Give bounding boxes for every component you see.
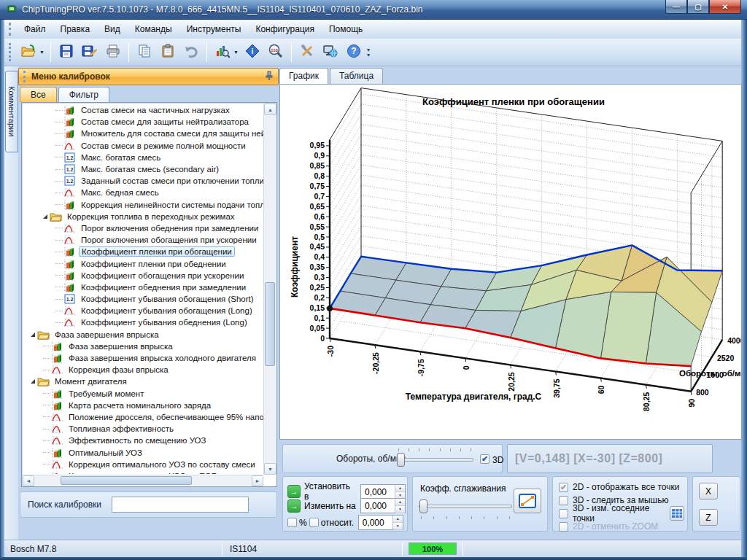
- view-option[interactable]: 2D - отменить ZOOM: [559, 520, 684, 533]
- tree-item[interactable]: Карта расчета номинального заряда: [23, 400, 263, 411]
- tree-item[interactable]: Фаза завершения впрыска холодного двигат…: [23, 352, 263, 364]
- spinner-arrows-icon[interactable]: ▲▼: [395, 499, 405, 513]
- expand-collapse-icon[interactable]: [31, 379, 35, 384]
- tree-item[interactable]: Требуемый момент: [23, 388, 263, 400]
- tree-item[interactable]: Топливная эффективность: [23, 423, 263, 435]
- title-bar[interactable]: ChipTuningPRO ver.7.5.10.1073 - M7.8.0_6…: [0, 0, 747, 20]
- surface-chart[interactable]: Коэффициент пленки при обогащении00,050,…: [280, 85, 741, 439]
- open-file-button[interactable]: [18, 42, 39, 63]
- expand-collapse-icon[interactable]: [43, 214, 47, 219]
- tree-item[interactable]: Положение дросселя, обеспечивающее 95% н…: [23, 411, 263, 423]
- tree-item[interactable]: Макс. бедная смесь: [23, 187, 263, 198]
- vertical-scroll-thumb[interactable]: [265, 282, 275, 366]
- spinner-arrows-icon[interactable]: ▲▼: [395, 485, 405, 499]
- tree-item[interactable]: Коэффициент пленки при обогащении: [23, 246, 263, 257]
- tree-item[interactable]: Коэффициент обеднения при замедлении: [23, 281, 263, 293]
- smoothing-slider-thumb[interactable]: [419, 499, 427, 513]
- 3d-checkbox[interactable]: ✔: [480, 454, 489, 464]
- info-button[interactable]: i: [241, 42, 263, 63]
- tree-folder[interactable]: Фаза завершения впрыска: [23, 329, 263, 341]
- menu-item[interactable]: Правка: [53, 21, 98, 37]
- spinner-arrows-icon[interactable]: ▲▼: [392, 516, 403, 529]
- tab-graph[interactable]: График: [279, 68, 328, 84]
- menu-item[interactable]: Вид: [97, 21, 128, 37]
- apply-set-button[interactable]: →: [287, 485, 301, 498]
- panel-drag-grip[interactable]: [23, 71, 27, 82]
- save-as-button[interactable]: [79, 42, 101, 63]
- copy-button[interactable]: [133, 42, 155, 63]
- tree-item[interactable]: Множитель для состава смеси для защиты н…: [23, 128, 263, 139]
- percent-checkbox[interactable]: [287, 518, 297, 527]
- close-button[interactable]: ✕: [709, 0, 741, 14]
- change-value-spinner[interactable]: 0,000▲▼: [360, 498, 406, 513]
- interpolate-button[interactable]: [514, 489, 541, 513]
- expand-collapse-icon[interactable]: [31, 332, 35, 337]
- smoothing-slider[interactable]: [419, 499, 512, 513]
- menu-item[interactable]: Команды: [128, 21, 179, 37]
- checkbox[interactable]: ✔: [559, 483, 568, 492]
- percent-value-spinner[interactable]: 0,000▲▼: [358, 515, 403, 530]
- checkbox[interactable]: [559, 496, 568, 505]
- scroll-down-icon[interactable]: ▼: [264, 463, 276, 475]
- apply-change-button[interactable]: →: [287, 499, 301, 513]
- tree-item[interactable]: 1.2Макс. богатая смесь: [23, 152, 263, 163]
- tree-item[interactable]: Коэффициент пленки при обеднении: [23, 257, 263, 269]
- tree-horizontal-scrollbar[interactable]: ◄ ►: [23, 475, 263, 486]
- chart-tools-button[interactable]: [212, 42, 233, 63]
- tree-item[interactable]: Порог включения обеднения при замедлении: [23, 222, 263, 234]
- scroll-up-icon[interactable]: ▲: [264, 104, 276, 115]
- settings-tools-button[interactable]: [296, 42, 318, 63]
- toolbar-drag-grip[interactable]: [9, 43, 12, 62]
- checkbox[interactable]: [559, 509, 568, 518]
- tree-folder[interactable]: Момент двигателя: [23, 376, 263, 387]
- menu-item[interactable]: Помощь: [322, 21, 370, 37]
- scroll-left-icon[interactable]: ◄: [23, 475, 34, 486]
- paste-button[interactable]: [157, 42, 179, 63]
- toolbar-overflow-icon[interactable]: ▾▾: [367, 47, 370, 58]
- tree-vertical-scrollbar[interactable]: ▲ ▼: [263, 104, 276, 475]
- tree-item[interactable]: Коэффициент обогащения при ускорении: [23, 270, 263, 281]
- tree-item[interactable]: Коррекция нелинейности системы подачи то…: [23, 199, 263, 211]
- menu-drag-grip[interactable]: [9, 23, 12, 36]
- table-grid-button[interactable]: [670, 506, 684, 521]
- help-button[interactable]: ?: [343, 42, 365, 63]
- save-button[interactable]: [55, 42, 77, 63]
- menu-item[interactable]: Конфигурация: [248, 21, 322, 37]
- tree-item[interactable]: Фаза завершения впрыска: [23, 341, 263, 352]
- menu-item[interactable]: Файл: [17, 21, 53, 37]
- zoom-110-button[interactable]: 110: [265, 42, 287, 63]
- tab-filter[interactable]: Фильтр: [58, 87, 109, 102]
- minimize-button[interactable]: —: [665, 0, 687, 14]
- tree-item[interactable]: Эффективность по смещению УОЗ: [23, 435, 263, 446]
- checkbox[interactable]: [559, 522, 568, 532]
- menu-item[interactable]: Инструменты: [179, 21, 249, 37]
- tree-item[interactable]: Коэффициент убывания обеднения (Long): [23, 316, 263, 328]
- tree-item[interactable]: Коррекция оптимального УОЗ по EGR: [23, 470, 263, 474]
- dropdown-caret-icon[interactable]: ▼: [233, 50, 239, 55]
- horizontal-scroll-thumb[interactable]: [61, 476, 192, 485]
- tree-item[interactable]: 1.2Заданный состав смеси при отключении …: [23, 175, 263, 187]
- tree-item[interactable]: Оптимальный УОЗ: [23, 446, 263, 458]
- set-value-spinner[interactable]: 0,000▲▼: [360, 484, 406, 499]
- rpm-slider[interactable]: [396, 452, 473, 467]
- undo-button[interactable]: [180, 42, 202, 63]
- z-axis-button[interactable]: Z: [699, 509, 718, 526]
- tree-item[interactable]: Коррекция фазы впрыска: [23, 364, 263, 376]
- view-option[interactable]: 3D - изм. соседние точки: [559, 507, 684, 520]
- tree-item[interactable]: 1.2Коэффициент убывания обогащения (Shor…: [23, 293, 263, 305]
- pin-icon[interactable]: [265, 71, 274, 83]
- tree-item[interactable]: Состав смеси для защиты нейтрализатора: [23, 116, 263, 128]
- tab-comments[interactable]: Комментарии: [5, 71, 18, 152]
- dropdown-caret-icon[interactable]: ▼: [39, 50, 44, 55]
- tree-item[interactable]: Коррекция оптимального УОЗ по составу см…: [23, 459, 263, 470]
- rpm-slider-thumb[interactable]: [397, 453, 405, 467]
- tree-folder[interactable]: Коррекция топлива в переходных режимах: [23, 211, 263, 222]
- network-button[interactable]: [320, 42, 341, 63]
- relative-checkbox[interactable]: [309, 518, 319, 527]
- maximize-button[interactable]: ▢: [687, 0, 709, 14]
- scroll-right-icon[interactable]: ►: [252, 475, 263, 486]
- tab-table[interactable]: Таблица: [330, 68, 383, 84]
- tree-item[interactable]: Порог включения обогащения при ускорении: [23, 234, 263, 246]
- tree-item[interactable]: Коэффициент убывания обогащения (Long): [23, 305, 263, 316]
- view-option[interactable]: ✔2D - отображать все точки: [559, 481, 684, 494]
